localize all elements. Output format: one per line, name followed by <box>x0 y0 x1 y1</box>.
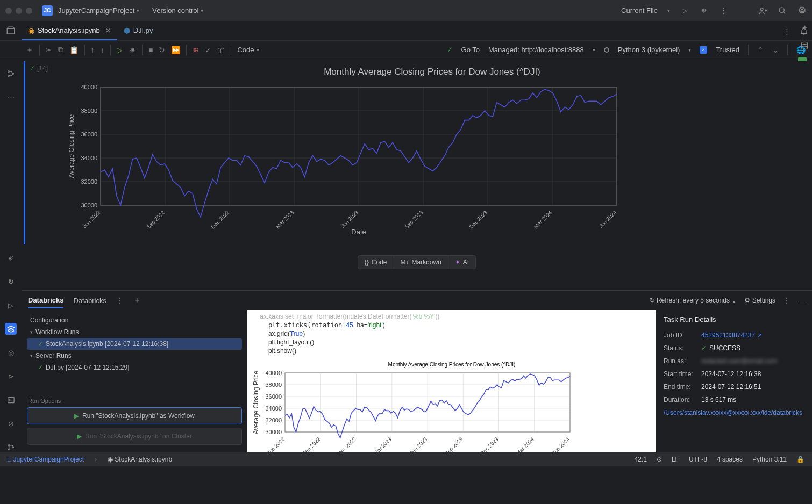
cell-type-dropdown[interactable]: Code ▾ <box>237 46 259 54</box>
run-icon[interactable]: ▷ <box>680 6 689 16</box>
line-ending-icon[interactable]: ⊙ <box>657 456 662 463</box>
tab-label: StockAnalysis.ipynb <box>38 26 100 34</box>
more-icon[interactable]: ⋮ <box>782 26 792 36</box>
run-workflow-button[interactable]: ▶Run "StockAnalysis.ipynb" as Workflow <box>27 407 242 424</box>
debug-icon[interactable]: ⛯ <box>699 6 709 16</box>
code-icon: {} <box>365 258 369 266</box>
project-name[interactable]: JupyterCampaignProject <box>58 6 134 15</box>
run-cluster-button: ▶Run "StockAnalysis.ipynb" on Cluster <box>27 428 242 445</box>
close-icon[interactable]: ✕ <box>105 27 111 34</box>
svg-point-10 <box>8 444 10 446</box>
delete-icon[interactable]: 🗑 <box>217 46 225 54</box>
settings-button[interactable]: ⚙ Settings <box>744 297 775 304</box>
svg-text:32000: 32000 <box>265 417 282 423</box>
debug-cell-icon[interactable]: ⛯ <box>129 46 136 54</box>
add-cell-icon[interactable]: ＋ <box>26 45 33 55</box>
git-tool-icon[interactable] <box>5 441 17 453</box>
svg-text:40000: 40000 <box>265 370 282 376</box>
play-circle-tool-icon[interactable]: ⊳ <box>5 370 17 382</box>
kernel-name[interactable]: Python 3 (ipykernel) <box>618 46 680 54</box>
interpreter[interactable]: Python 3.11 <box>752 456 787 463</box>
end-time-value: 2024-07-12 12:16:51 <box>701 383 761 391</box>
svg-text:Jun 2024: Jun 2024 <box>598 209 618 229</box>
account-icon[interactable] <box>758 6 768 16</box>
editor-area: ✓ [14] Monthly Average Closing Prices fo… <box>0 59 812 290</box>
search-icon[interactable] <box>778 6 787 16</box>
add-ai-button[interactable]: ✦AI <box>448 255 476 269</box>
terminal-tool-icon[interactable] <box>5 394 17 406</box>
svg-text:Jun 2024: Jun 2024 <box>551 436 571 452</box>
workflow-runs-node[interactable]: ▾Workflow Runs <box>27 326 242 338</box>
configuration-header[interactable]: Configuration <box>27 314 242 326</box>
run-config-dropdown[interactable]: Current File <box>621 6 658 15</box>
svg-text:36000: 36000 <box>265 393 282 400</box>
svg-text:38000: 38000 <box>81 107 97 114</box>
paste-icon[interactable]: 📋 <box>69 46 79 54</box>
add-code-button[interactable]: {}Code <box>358 255 394 269</box>
svg-text:Mar 2023: Mar 2023 <box>373 436 393 452</box>
managed-server[interactable]: Managed: http://localhost:8888 <box>488 46 584 54</box>
collapse-up-icon[interactable]: ⌃ <box>757 46 764 54</box>
chevron-down-icon[interactable]: ▾ <box>667 8 670 13</box>
clear-icon[interactable]: ✓ <box>205 46 211 54</box>
tab-dji[interactable]: ⬢ DJI.py <box>117 21 160 40</box>
run-cell-icon[interactable]: ▷ <box>117 46 123 54</box>
problems-tool-icon[interactable]: ⊘ <box>5 417 17 429</box>
mini-chart-title: Monthly Average Closing Prices for Dow J… <box>247 362 656 368</box>
run-tool-icon[interactable]: ▷ <box>5 299 17 311</box>
goto-button[interactable]: Go To <box>461 46 480 54</box>
more-icon[interactable]: ⋮ <box>116 296 124 305</box>
output-preview[interactable]: ax.xaxis.set_major_formatter(mdates.Date… <box>247 310 656 452</box>
svg-text:36000: 36000 <box>81 131 97 138</box>
more-icon[interactable]: ⋮ <box>718 6 728 16</box>
move-up-icon[interactable]: ↑ <box>91 46 95 54</box>
readonly-icon[interactable]: 🔒 <box>796 456 804 463</box>
stop-icon[interactable]: ■ <box>148 46 153 54</box>
vcs-menu[interactable]: Version control <box>152 6 198 15</box>
cut-icon[interactable]: ✂ <box>46 46 52 54</box>
tab-stockanalysis[interactable]: ◉ StockAnalysis.ipynb ✕ <box>22 21 117 40</box>
settings-icon[interactable] <box>797 6 807 16</box>
breadcrumb-project[interactable]: □ JupyterCampaignProject <box>8 456 84 463</box>
cursor-position[interactable]: 42:1 <box>635 456 647 463</box>
status-bar: □ JupyterCampaignProject › ◉ StockAnalys… <box>0 452 812 466</box>
server-runs-node[interactable]: ▾Server Runs <box>27 350 242 362</box>
more-icon[interactable]: ⋮ <box>783 296 790 305</box>
cell-type-label: Code <box>237 46 254 54</box>
panel-tab-databricks-2[interactable]: Databricks <box>73 293 106 308</box>
workflow-run-item[interactable]: ✓StockAnalysis.ipynb [2024-07-12 12:16:3… <box>27 338 242 350</box>
restart-icon[interactable]: ↻ <box>159 46 165 54</box>
trusted-checkbox[interactable]: ✓ <box>700 46 707 54</box>
collapse-down-icon[interactable]: ⌄ <box>772 46 779 54</box>
refresh-dropdown[interactable]: ↻ Refresh: every 5 seconds ⌄ <box>650 297 737 304</box>
check-icon: ✓ <box>447 46 453 54</box>
project-badge: JC <box>42 5 53 16</box>
services-tool-icon[interactable]: ◎ <box>5 347 17 358</box>
svg-point-11 <box>8 449 10 450</box>
copy-icon[interactable]: ⧉ <box>58 45 63 54</box>
encoding[interactable]: UTF-8 <box>689 456 707 463</box>
chevron-down-icon[interactable]: ▾ <box>201 8 203 13</box>
server-run-item[interactable]: ✓DJI.py [2024-07-12 12:15:29] <box>27 362 242 373</box>
indentation[interactable]: 4 spaces <box>717 456 743 463</box>
minimize-icon[interactable]: — <box>798 296 806 305</box>
move-down-icon[interactable]: ↓ <box>101 46 104 54</box>
window-controls[interactable] <box>5 8 32 14</box>
ai-assistant-icon[interactable]: ✦ <box>802 24 808 32</box>
databricks-panel: Databricks Databricks ⋮ ＋ ↻ Refresh: eve… <box>22 290 812 452</box>
add-tab-icon[interactable]: ＋ <box>133 296 141 305</box>
job-id-link[interactable]: 452952133874237 ↗ <box>701 332 762 339</box>
layers-icon[interactable]: ≋ <box>193 46 199 54</box>
run-all-icon[interactable]: ⏩ <box>171 46 180 54</box>
add-markdown-button[interactable]: M↓Markdown <box>394 255 448 269</box>
panel-tab-databricks-1[interactable]: Databricks <box>28 293 63 308</box>
chevron-down-icon[interactable]: ▾ <box>137 8 139 13</box>
svg-text:Sep 2023: Sep 2023 <box>444 436 464 452</box>
database-icon[interactable] <box>800 41 809 52</box>
breadcrumb-file[interactable]: ◉ StockAnalysis.ipynb <box>108 456 172 463</box>
path-link[interactable]: /Users/stanislav.xxxxx@xxxxx.xxx/ide/dat… <box>664 409 802 416</box>
line-ending[interactable]: LF <box>672 456 679 463</box>
svg-text:Mar 2023: Mar 2023 <box>275 209 295 229</box>
databricks-tool-icon[interactable] <box>5 323 17 335</box>
svg-text:30000: 30000 <box>265 429 282 435</box>
